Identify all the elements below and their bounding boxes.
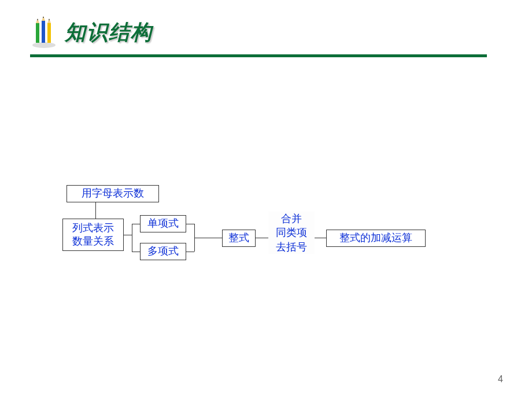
node-expression: 列式表示 数量关系 (62, 219, 124, 251)
pencils-icon (30, 16, 58, 49)
connector (132, 252, 140, 252)
connector (194, 238, 222, 238)
connector (186, 224, 194, 224)
connector (315, 238, 326, 238)
svg-marker-4 (42, 21, 45, 43)
svg-marker-1 (36, 23, 39, 43)
merge-line2: 同类项 (268, 226, 315, 239)
connector (95, 202, 96, 219)
node-expression-line2: 数量关系 (72, 235, 114, 248)
flowchart: 用字母表示数 列式表示 数量关系 单项式 多项式 整式 合并 同类项 去括号 整… (0, 185, 532, 289)
node-expression-line1: 列式表示 (72, 221, 114, 235)
svg-point-0 (32, 42, 56, 48)
header: 知识结构 (30, 16, 153, 49)
node-letters: 用字母表示数 (66, 185, 159, 202)
title-underline (30, 54, 487, 57)
merge-line3: 去括号 (268, 240, 315, 254)
page-number: 4 (498, 374, 503, 385)
page-title: 知识结构 (65, 19, 153, 47)
svg-marker-3 (37, 19, 38, 20)
connector (132, 224, 140, 224)
node-add-subtract: 整式的加减运算 (326, 230, 426, 247)
connector (124, 235, 132, 235)
node-merge-remove: 合并 同类项 去括号 (268, 212, 315, 254)
node-whole-expr: 整式 (222, 230, 256, 247)
merge-line1: 合并 (268, 212, 315, 226)
connector (256, 238, 268, 238)
connector (132, 224, 132, 252)
node-monomial: 单项式 (140, 215, 186, 232)
svg-marker-7 (47, 23, 51, 43)
node-polynomial: 多项式 (140, 243, 186, 260)
svg-marker-9 (49, 19, 50, 20)
connector (186, 252, 194, 252)
svg-marker-6 (43, 16, 44, 18)
